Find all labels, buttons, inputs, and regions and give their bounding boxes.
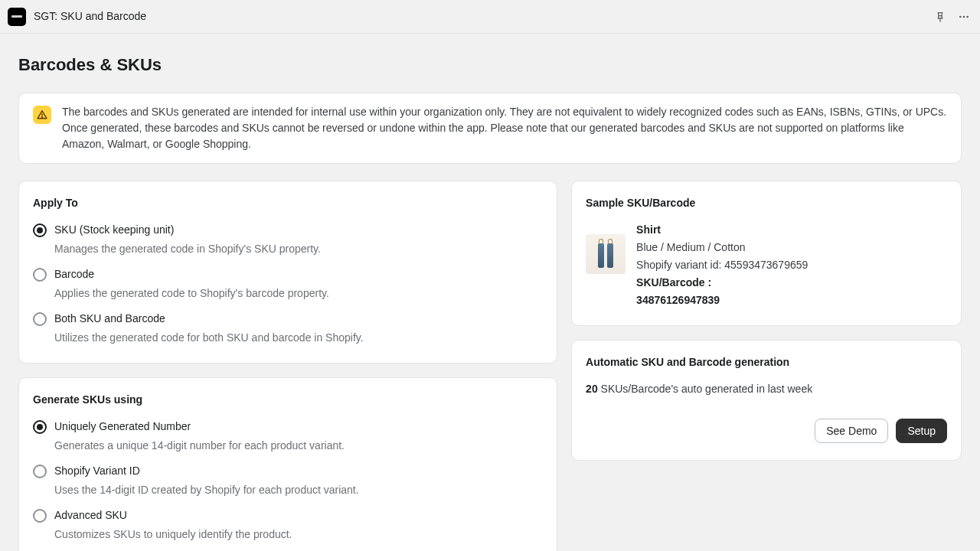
auto-gen-title: Automatic SKU and Barcode generation: [586, 354, 947, 370]
apply-to-option-sku[interactable]: SKU (Stock keeping unit): [33, 222, 543, 238]
radio-icon[interactable]: [33, 465, 47, 478]
col-left: Apply To SKU (Stock keeping unit) Manage…: [18, 181, 557, 551]
setup-button[interactable]: Setup: [896, 419, 947, 443]
generate-using-title: Generate SKUs using: [33, 392, 543, 408]
option-label: Advanced SKU: [54, 507, 127, 523]
option-label: SKU (Stock keeping unit): [54, 222, 174, 238]
auto-gen-card: Automatic SKU and Barcode generation 20 …: [571, 340, 962, 461]
radio-icon[interactable]: [33, 268, 47, 282]
generate-using-card: Generate SKUs using Uniquely Generated N…: [18, 377, 557, 551]
option-label: Shopify Variant ID: [54, 463, 140, 479]
apply-to-title: Apply To: [33, 195, 543, 211]
warning-text: The barcodes and SKUs generated are inte…: [62, 104, 947, 152]
auto-gen-rest: SKUs/Barcode's auto generated in last we…: [598, 383, 813, 395]
auto-gen-actions: See Demo Setup: [586, 419, 947, 443]
sample-variant-id: Shopify variant id: 45593473679659: [636, 257, 808, 273]
svg-point-1: [963, 15, 965, 18]
sample-sku-label: SKU/Barcode :: [636, 275, 808, 291]
sample-lines: Shirt Blue / Medium / Cotton Shopify var…: [636, 222, 808, 308]
svg-point-2: [966, 15, 969, 18]
apply-to-card: Apply To SKU (Stock keeping unit) Manage…: [18, 181, 557, 364]
see-demo-button[interactable]: See Demo: [815, 419, 888, 443]
sample-card: Sample SKU/Barcode Shirt Blue / Medium /…: [571, 181, 962, 326]
sample-variant-line: Blue / Medium / Cotton: [636, 240, 808, 256]
page-title: Barcodes & SKUs: [18, 52, 962, 77]
radio-icon[interactable]: [33, 420, 47, 434]
sample-row: Shirt Blue / Medium / Cotton Shopify var…: [586, 222, 947, 308]
option-desc: Generates a unique 14-digit number for e…: [54, 438, 543, 454]
topbar-left: SGT: SKU and Barcode: [8, 8, 146, 26]
auto-gen-count: 20: [586, 383, 598, 395]
option-label: Barcode: [54, 266, 94, 282]
svg-point-4: [42, 116, 43, 117]
more-icon[interactable]: [957, 11, 971, 23]
topbar-right: [934, 11, 972, 23]
option-label: Both SKU and Barcode: [54, 311, 165, 327]
app-icon: [8, 8, 26, 26]
option-desc: Utilizes the generated code for both SKU…: [54, 330, 543, 346]
apply-to-option-both[interactable]: Both SKU and Barcode: [33, 311, 543, 327]
columns: Apply To SKU (Stock keeping unit) Manage…: [18, 181, 962, 551]
svg-point-0: [959, 15, 962, 18]
warning-banner: The barcodes and SKUs generated are inte…: [18, 93, 962, 164]
gen-option-advanced[interactable]: Advanced SKU: [33, 507, 543, 523]
app-title: SGT: SKU and Barcode: [34, 8, 146, 24]
radio-icon[interactable]: [33, 312, 47, 326]
col-right: Sample SKU/Barcode Shirt Blue / Medium /…: [571, 181, 962, 461]
option-desc: Uses the 14-digit ID created by Shopify …: [54, 482, 543, 498]
sample-sku-value: 34876126947839: [636, 292, 808, 308]
sample-title: Sample SKU/Barcode: [586, 195, 947, 211]
sample-product-title: Shirt: [636, 222, 808, 238]
topbar: SGT: SKU and Barcode: [0, 0, 980, 34]
apply-to-option-barcode[interactable]: Barcode: [33, 266, 543, 282]
gen-option-variantid[interactable]: Shopify Variant ID: [33, 463, 543, 479]
radio-icon[interactable]: [33, 223, 47, 237]
auto-gen-text: 20 SKUs/Barcode's auto generated in last…: [586, 381, 947, 397]
warning-icon: [33, 106, 51, 124]
product-thumbnail: [586, 234, 626, 274]
pin-icon[interactable]: [934, 11, 946, 23]
gen-option-unique[interactable]: Uniquely Generated Number: [33, 419, 543, 435]
page: Barcodes & SKUs The barcodes and SKUs ge…: [0, 34, 980, 551]
radio-icon[interactable]: [33, 509, 47, 523]
option-desc: Manages the generated code in Shopify's …: [54, 241, 543, 257]
option-desc: Customizes SKUs to uniquely identify the…: [54, 527, 543, 543]
option-label: Uniquely Generated Number: [54, 419, 191, 435]
option-desc: Applies the generated code to Shopify's …: [54, 285, 543, 302]
